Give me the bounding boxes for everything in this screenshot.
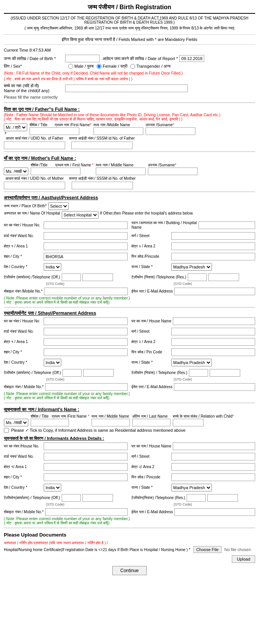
current-time: Current Time 8:47:53 AM <box>4 46 255 53</box>
mother-sssm-input[interactable] <box>72 182 133 189</box>
inf-street-input[interactable] <box>171 453 255 460</box>
present-address-title: अस्थायी/वर्तमान पता / Aasthayi/Present A… <box>4 194 255 201</box>
mother-middlename-input[interactable] <box>96 168 146 175</box>
inf-ward-input[interactable] <box>44 453 128 460</box>
gender-male-radio[interactable] <box>68 64 73 69</box>
inf-teloff-num-input[interactable] <box>82 494 113 502</box>
perm-teloff-std-input[interactable] <box>62 369 82 377</box>
mother-title-select[interactable]: Ms. /सखी <box>4 168 28 175</box>
inf-mobile-input[interactable] <box>45 508 128 516</box>
present-teloff-num-input[interactable] <box>82 273 113 281</box>
informant-title-select[interactable]: Ms. /सखी <box>4 419 28 426</box>
present-building-input[interactable] <box>198 221 255 229</box>
informant-relation-input[interactable] <box>173 419 203 426</box>
present-ward-input[interactable] <box>44 232 128 240</box>
perm-telres-std-input[interactable] <box>189 369 208 377</box>
present-area2-input[interactable] <box>171 242 255 250</box>
present-state-select[interactable]: Madhya Pradesh <box>171 263 212 271</box>
inf-state-select[interactable]: Madhya Pradesh <box>171 484 212 491</box>
inf-email-input[interactable] <box>174 508 255 516</box>
present-telres-std-input[interactable] <box>188 273 207 281</box>
informant-title-select-col: Ms. /सखी <box>4 419 28 426</box>
present-mobile-input[interactable] <box>44 288 128 295</box>
inf-area1-input[interactable] <box>44 463 128 471</box>
upload-title: Please Upload Documents <box>4 530 255 539</box>
father-sssm-input[interactable] <box>71 141 133 149</box>
informant-address-title: सूचनाकर्ता के पते का विवरण / Informants … <box>4 434 255 442</box>
perm-country-select[interactable]: India <box>44 359 61 366</box>
continue-button[interactable]: Continue <box>112 566 147 575</box>
mother-uid-col: आधार कार्ड नंबर / UDID No. of Mother <box>4 176 65 189</box>
father-firstname-input[interactable] <box>30 127 79 135</box>
inf-telres-std-input[interactable] <box>187 494 206 502</box>
dob-input[interactable] <box>65 55 100 62</box>
perm-area2-input[interactable] <box>171 338 255 346</box>
child-name-input[interactable] <box>65 85 188 92</box>
present-telres-col: टेलीफोन (निवास) /Telephone (Res.) (STD C… <box>131 273 255 286</box>
perm-house-no-input[interactable] <box>44 317 128 325</box>
inf-pincode-input[interactable] <box>171 473 255 481</box>
hospital-select[interactable]: Select Hospital <box>62 211 98 219</box>
inf-city-input[interactable] <box>44 473 128 481</box>
informant-middlename-input[interactable] <box>92 419 130 426</box>
upload-button[interactable]: Upload <box>232 555 255 563</box>
present-country-select[interactable]: India <box>44 263 61 271</box>
present-teloff-col: टेलीफोन (कार्यालय) /Telephone (Off.) (ST… <box>4 273 128 286</box>
inf-mobile-note-hi: ( नोट : कृपया अपना या अपने परिवार में से… <box>4 521 255 525</box>
perm-pincode-input[interactable] <box>171 348 255 356</box>
present-street-input[interactable] <box>171 232 255 240</box>
perm-telres-num-input[interactable] <box>210 369 240 377</box>
perm-street-input[interactable] <box>171 328 255 335</box>
perm-teloff-num-input[interactable] <box>83 369 114 377</box>
father-title-select-col: Mr. / श्री ▼ <box>4 124 27 135</box>
inf-mobile-row: मोबाइल नंबर / Mobile No.* <box>4 508 128 516</box>
father-uid-input[interactable] <box>4 141 65 149</box>
present-pincode-input[interactable] <box>171 253 255 260</box>
present-teloff-std-input[interactable] <box>62 273 81 281</box>
informant-relation-col: बच्चे के साथ संबंध / Relation with Child… <box>173 414 234 426</box>
perm-email-input[interactable] <box>174 383 255 391</box>
present-ward-row: वार्ड नंबर/ Ward No. <box>4 232 128 240</box>
gender-label: लिंग / Sex* <box>4 64 65 69</box>
father-middlename-input[interactable] <box>93 127 143 135</box>
informant-copy-checkbox[interactable] <box>4 428 9 433</box>
inf-area2-input[interactable] <box>171 463 255 471</box>
gender-transgender-radio[interactable] <box>130 64 135 69</box>
informant-middle-col: मध्य नाम / Middle Name <box>92 414 130 426</box>
inf-area1-row: क्षेत्र १/ Area 1 <box>4 463 128 471</box>
present-teloff-row: टेलीफोन (कार्यालय) /Telephone (Off.) <box>4 273 128 281</box>
present-city-input[interactable] <box>44 253 128 260</box>
mother-surname-input[interactable] <box>148 168 198 175</box>
inf-telres-num-input[interactable] <box>207 494 238 502</box>
choose-file-button[interactable]: Choose File <box>193 546 221 553</box>
father-surname-input[interactable] <box>146 127 195 135</box>
present-email-input[interactable] <box>174 288 255 295</box>
mandatory-note: इंगित किया हुआ फील्ड भरना जरूरी है / Fie… <box>4 34 255 45</box>
informant-title: सूचनाकर्ता का नाम / Informant's Name : <box>4 405 255 413</box>
mother-firstname-input[interactable] <box>31 168 80 175</box>
perm-area1-input[interactable] <box>44 338 128 346</box>
inf-house-name-row: घर का नाम / House Name <box>131 442 255 450</box>
perm-ward-input[interactable] <box>44 328 128 335</box>
present-telres-num-input[interactable] <box>208 273 239 281</box>
perm-state-select[interactable]: Madhya Pradesh <box>171 359 212 366</box>
birth-place-select[interactable]: Select <box>48 202 69 210</box>
present-area1-input[interactable] <box>44 242 128 250</box>
perm-mobile-input[interactable] <box>45 383 128 391</box>
perm-teloff-col: टेलीफोन (कार्यालय) / Telephone (Off.) (S… <box>4 368 128 381</box>
informant-lastname-input[interactable] <box>132 419 170 426</box>
upload-doc-row: अस्पताल / नर्सिंग होम प्रमाणपत्र (यदि जन… <box>4 541 255 553</box>
inf-street-row: मार्ग / Street <box>131 453 255 460</box>
father-title-select[interactable]: Mr. / श्री <box>4 124 27 131</box>
gender-female-radio[interactable] <box>97 64 102 69</box>
inf-teloff-std-input[interactable] <box>62 494 81 502</box>
inf-house-no-input[interactable] <box>44 442 128 450</box>
informant-firstname-input[interactable] <box>31 419 69 426</box>
perm-telres-std-label: (STD Code) <box>174 377 255 381</box>
inf-house-name-input[interactable] <box>173 442 255 450</box>
inf-country-select[interactable]: India <box>44 484 61 491</box>
perm-city-input[interactable] <box>44 348 128 356</box>
mother-uid-input[interactable] <box>4 182 65 189</box>
present-house-no-input[interactable] <box>44 221 128 229</box>
perm-house-name-input[interactable] <box>173 317 255 325</box>
